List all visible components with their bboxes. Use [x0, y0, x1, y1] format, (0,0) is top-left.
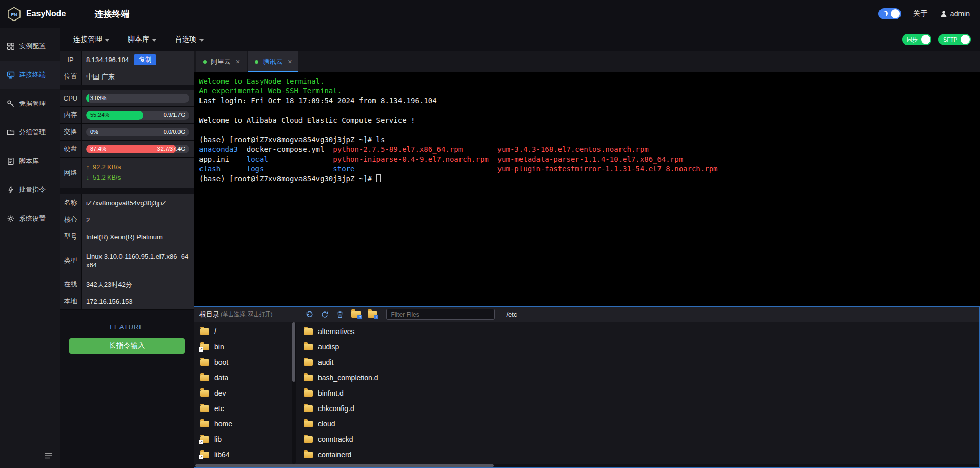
grid-icon [7, 42, 15, 50]
local-ip: 172.16.156.153 [86, 297, 132, 306]
horizontal-scrollbar[interactable] [194, 464, 979, 467]
file-item[interactable]: alternatives [298, 324, 470, 339]
menubar: 连接管理 脚本库 首选项 同步 SFTP [60, 28, 980, 51]
info-row-cpu: CPU 3.03% [60, 90, 194, 107]
file-item[interactable]: dev [194, 385, 292, 401]
sidebar-item-credentials[interactable]: 凭据管理 [0, 89, 60, 118]
info-label: 在线 [60, 276, 82, 292]
info-row-model: 型号 Intel(R) Xeon(R) Platinum [60, 228, 194, 245]
file-item[interactable]: cloud [298, 416, 470, 432]
info-label: 位置 [60, 68, 82, 85]
folder-icon [304, 421, 313, 427]
info-label: 交换 [60, 124, 82, 140]
menu-connect-manage[interactable]: 连接管理 [73, 35, 109, 44]
file-item[interactable]: chkconfig.d [298, 401, 470, 416]
theme-toggle[interactable] [878, 8, 901, 20]
undo-icon[interactable] [305, 310, 313, 319]
terminal-line: (base) [root@iZ7xv8mogva854vg30j3jpZ ~]#… [199, 135, 980, 145]
file-item[interactable]: / [194, 324, 292, 339]
info-label: 网络 [60, 158, 82, 188]
user-menu[interactable]: admin [940, 10, 970, 18]
info-label: 类型 [60, 245, 82, 276]
chevron-down-icon [199, 39, 204, 42]
file-item[interactable]: lib [194, 432, 292, 447]
folder-icon [200, 405, 209, 412]
sidebar-item-terminal[interactable]: 连接终端 [0, 61, 60, 89]
file-item[interactable]: home [194, 416, 292, 432]
delete-icon[interactable] [336, 310, 344, 319]
file-name: bin [214, 343, 224, 351]
file-item[interactable]: boot [194, 355, 292, 370]
tab-aliyun[interactable]: 阿里云 × [196, 51, 247, 72]
sidebar-item-settings[interactable]: 系统设置 [0, 204, 60, 233]
new-folder-icon[interactable] [368, 311, 377, 318]
file-name: dev [214, 389, 226, 397]
folder-icon [304, 452, 313, 458]
file-item[interactable]: lib64 [194, 447, 292, 462]
info-label: 名称 [60, 194, 82, 211]
logo-area: EN EasyNode 连接终端 [7, 7, 129, 22]
sidebar-item-label: 脚本库 [19, 157, 39, 166]
sidebar-item-scripts[interactable]: 脚本库 [0, 147, 60, 176]
collapse-sidebar-icon[interactable] [45, 452, 53, 461]
file-name: home [214, 420, 232, 428]
sync-toggle-label: 同步 [907, 36, 918, 44]
refresh-icon[interactable] [321, 310, 329, 319]
file-column-root: /binbootdatadevetchomeliblib64 [194, 322, 292, 464]
file-name: binfmt.d [318, 389, 344, 397]
header-actions: 关于 admin [878, 8, 970, 20]
close-icon[interactable]: × [288, 57, 292, 66]
folder-icon [304, 390, 313, 397]
file-name: cloud [318, 420, 335, 428]
menu-preferences[interactable]: 首选项 [175, 35, 204, 44]
sidebar-item-label: 凭据管理 [19, 99, 46, 108]
current-path: /etc [506, 310, 517, 318]
long-command-button[interactable]: 长指令输入 [69, 338, 185, 354]
info-row-name: 名称 iZ7xv8mogva854vg30j3jpZ [60, 194, 194, 211]
file-name: alternatives [318, 327, 355, 336]
terminal-line [199, 125, 980, 135]
terminal-tabbar: 阿里云 × 腾讯云 × [194, 51, 980, 72]
sftp-toggle[interactable]: SFTP [938, 34, 971, 45]
terminal-line: Welcome to EasyNode terminal. [199, 76, 980, 86]
info-row-network: 网络 ↑ 92.2 KB/s ↓ 51.2 KB/s [60, 158, 194, 188]
disk-percent: 87.4% [90, 145, 106, 153]
file-item[interactable]: bash_completion.d [298, 370, 470, 385]
close-icon[interactable]: × [236, 57, 240, 66]
copy-ip-button[interactable]: 复制 [134, 54, 156, 65]
about-link[interactable]: 关于 [913, 9, 928, 18]
app-name: EasyNode [26, 9, 66, 18]
memory-percent: 55.24% [90, 111, 109, 120]
feature-divider: FEATURE [60, 323, 194, 331]
upload-arrow-icon: ↑ [86, 163, 89, 172]
info-row-local: 本地 172.16.156.153 [60, 293, 194, 310]
menu-script-library[interactable]: 脚本库 [128, 35, 156, 44]
cpu-progress-bar: 3.03% [86, 94, 189, 103]
filter-files-input[interactable] [386, 309, 495, 320]
sidebar-item-label: 系统设置 [19, 214, 46, 223]
sftp-panel: 根目录 (单击选择, 双击打开) [194, 306, 980, 468]
file-item[interactable]: data [194, 370, 292, 385]
file-item[interactable]: etc [194, 401, 292, 416]
sync-toggle[interactable]: 同步 [902, 34, 931, 45]
file-item[interactable]: binfmt.d [298, 385, 470, 401]
info-label: 内存 [60, 107, 82, 123]
file-item[interactable]: containerd [298, 447, 470, 462]
file-item[interactable]: conntrackd [298, 432, 470, 447]
terminal-output[interactable]: Welcome to EasyNode terminal.An experime… [194, 72, 980, 306]
sidebar-item-instance-config[interactable]: 实例配置 [0, 32, 60, 61]
scrollbar-thumb[interactable] [195, 464, 494, 467]
upload-folder-icon[interactable] [351, 311, 361, 318]
file-item[interactable]: audisp [298, 339, 470, 355]
file-item[interactable]: audit [298, 355, 470, 370]
sidebar-item-groups[interactable]: 分组管理 [0, 118, 60, 147]
swap-progress-bar: 0% 0.0/0.0G [86, 128, 189, 136]
sidebar-item-label: 实例配置 [19, 42, 46, 51]
sidebar-item-batch-commands[interactable]: 批量指令 [0, 176, 60, 204]
file-item[interactable]: bin [194, 339, 292, 355]
info-label: CPU [60, 90, 82, 106]
info-row-cores: 核心 2 [60, 211, 194, 228]
vertical-scrollbar[interactable] [292, 322, 296, 464]
scrollbar-thumb[interactable] [292, 322, 295, 382]
tab-tencent[interactable]: 腾讯云 × [248, 51, 298, 72]
